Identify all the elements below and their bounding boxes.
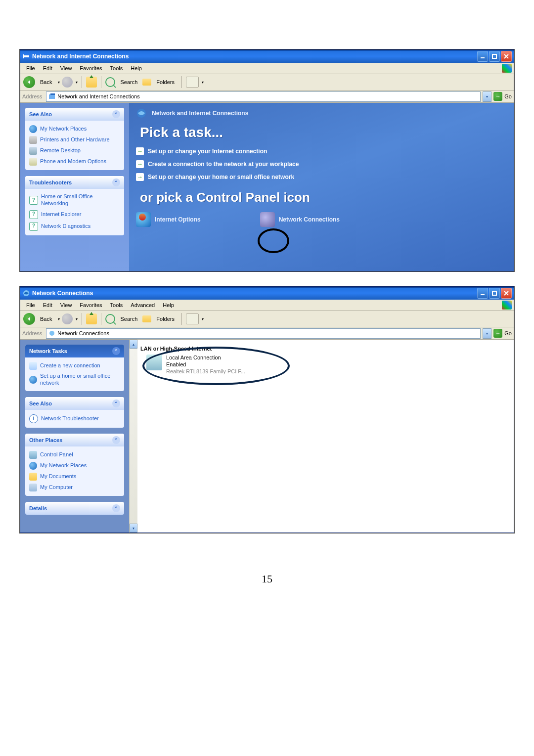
collapse-icon[interactable]: ⌃ <box>112 110 120 118</box>
link-printers-and-other-hardware[interactable]: Printers and Other Hardware <box>29 134 120 145</box>
menu-view[interactable]: View <box>56 301 76 309</box>
cp-internet-options[interactable]: Internet Options <box>136 212 201 227</box>
up-button[interactable] <box>86 313 97 324</box>
close-button[interactable] <box>501 51 512 62</box>
link-setup-home-network[interactable]: Set up a home or small office network <box>29 371 120 388</box>
cp-network-connections[interactable]: Network Connections <box>260 212 340 227</box>
folders-button[interactable]: Folders <box>153 316 178 322</box>
folders-button[interactable]: Folders <box>153 79 178 85</box>
chevron-down-icon[interactable]: ▾ <box>202 317 204 321</box>
link-ie-troubleshooter[interactable]: ?Internet Explorer <box>29 209 120 221</box>
views-button[interactable] <box>186 77 199 88</box>
titlebar[interactable]: Network Connections <box>20 287 514 300</box>
menu-edit[interactable]: Edit <box>39 301 56 309</box>
search-button[interactable]: Search <box>117 316 140 322</box>
panel-network-tasks: Network Tasks ⌃ Create a new connection … <box>25 345 124 391</box>
up-button[interactable] <box>86 77 97 88</box>
back-label[interactable]: Back <box>37 316 55 322</box>
link-home-networking-troubleshooter[interactable]: ?Home or Small Office Networking <box>29 192 120 209</box>
task-setup-internet[interactable]: →Set up or change your Internet connecti… <box>136 147 507 155</box>
panel-header[interactable]: Details ⌃ <box>25 502 124 515</box>
address-input[interactable]: Network Connections <box>46 328 481 339</box>
pick-a-task-heading: Pick a task... <box>140 125 507 140</box>
chevron-down-icon[interactable]: ▾ <box>202 80 204 85</box>
scroll-up-icon[interactable]: ▴ <box>130 340 137 349</box>
search-button[interactable]: Search <box>117 79 140 85</box>
forward-button[interactable] <box>62 313 73 324</box>
menu-advanced[interactable]: Advanced <box>127 301 159 309</box>
task-connect-workplace[interactable]: →Create a connection to the network at y… <box>136 160 507 168</box>
panel-header[interactable]: Other Places ⌃ <box>25 434 124 446</box>
link-my-network-places[interactable]: My Network Places <box>29 124 120 134</box>
link-remote-desktop[interactable]: Remote Desktop <box>29 145 120 156</box>
chevron-down-icon[interactable]: ▾ <box>58 80 60 85</box>
my-documents-icon <box>29 473 37 481</box>
collapse-icon[interactable]: ⌃ <box>112 347 120 355</box>
menu-tools[interactable]: Tools <box>106 64 127 72</box>
link-my-documents[interactable]: My Documents <box>29 471 120 482</box>
back-button[interactable] <box>23 76 35 88</box>
panel-header[interactable]: See Also ⌃ <box>25 108 124 121</box>
maximize-icon <box>492 291 497 296</box>
back-label[interactable]: Back <box>37 79 55 85</box>
help-icon: ? <box>29 210 38 219</box>
views-button[interactable] <box>186 313 199 324</box>
collapse-icon[interactable]: ⌃ <box>112 178 120 186</box>
panel-header[interactable]: See Also ⌃ <box>25 397 124 410</box>
chevron-down-icon[interactable]: ▾ <box>76 80 78 85</box>
maximize-button[interactable] <box>489 288 500 299</box>
category-title: Network and Internet Connections <box>152 110 248 117</box>
svg-marker-15 <box>28 317 30 321</box>
address-dropdown[interactable]: ▾ <box>483 328 491 339</box>
link-my-computer[interactable]: My Computer <box>29 482 120 493</box>
address-input[interactable]: Network and Internet Connections <box>46 91 481 102</box>
menu-view[interactable]: View <box>56 64 76 72</box>
maximize-button[interactable] <box>489 51 500 62</box>
svg-rect-1 <box>23 54 24 58</box>
go-button[interactable]: → Go <box>493 329 512 338</box>
link-label: My Computer <box>40 484 73 491</box>
link-my-network-places[interactable]: My Network Places <box>29 460 120 471</box>
task-home-network[interactable]: →Set up or change your home or small off… <box>136 173 507 181</box>
back-button[interactable] <box>23 313 35 325</box>
forward-button[interactable] <box>62 77 73 88</box>
go-button[interactable]: → Go <box>493 92 512 101</box>
link-network-diagnostics[interactable]: ?Network Diagnostics <box>29 221 120 232</box>
expand-icon[interactable]: ⌃ <box>112 504 120 512</box>
body: See Also ⌃ My Network Places Printers an… <box>20 103 514 271</box>
scroll-track[interactable] <box>130 349 137 524</box>
side-panel: Network Tasks ⌃ Create a new connection … <box>20 340 129 533</box>
link-network-troubleshooter[interactable]: iNetwork Troubleshooter <box>29 413 120 425</box>
collapse-icon[interactable]: ⌃ <box>112 400 120 407</box>
panel-header[interactable]: Troubleshooters ⌃ <box>25 176 124 189</box>
close-button[interactable] <box>501 288 512 299</box>
titlebar[interactable]: Network and Internet Connections <box>20 50 514 63</box>
chevron-down-icon[interactable]: ▾ <box>76 317 78 321</box>
cp-label: Internet Options <box>155 216 201 223</box>
menu-help[interactable]: Help <box>159 301 178 309</box>
chevron-down-icon[interactable]: ▾ <box>58 317 60 321</box>
scroll-down-icon[interactable]: ▾ <box>130 524 137 533</box>
scrollbar-side[interactable]: ▴ ▾ <box>129 340 137 533</box>
info-icon: i <box>29 414 38 423</box>
menu-file[interactable]: File <box>22 64 39 72</box>
link-control-panel[interactable]: Control Panel <box>29 449 120 460</box>
panel-title: See Also <box>29 400 52 406</box>
menu-favorites[interactable]: Favorites <box>76 301 106 309</box>
svg-marker-6 <box>28 80 30 84</box>
menu-help[interactable]: Help <box>127 64 146 72</box>
link-create-new-connection[interactable]: Create a new connection <box>29 360 120 371</box>
separator <box>101 313 101 325</box>
minimize-button[interactable] <box>477 288 488 299</box>
panel-header[interactable]: Network Tasks ⌃ <box>25 345 124 357</box>
collapse-icon[interactable]: ⌃ <box>112 436 120 444</box>
link-label: Remote Desktop <box>40 147 81 154</box>
menu-favorites[interactable]: Favorites <box>76 64 106 72</box>
link-phone-and-modem-options[interactable]: Phone and Modem Options <box>29 156 120 167</box>
menu-edit[interactable]: Edit <box>39 64 56 72</box>
address-dropdown[interactable]: ▾ <box>483 91 491 102</box>
menu-file[interactable]: File <box>22 301 39 309</box>
menu-tools[interactable]: Tools <box>106 301 127 309</box>
toolbar: Back▾ ▾ Search Folders ▾ <box>20 311 514 327</box>
minimize-button[interactable] <box>477 51 488 62</box>
